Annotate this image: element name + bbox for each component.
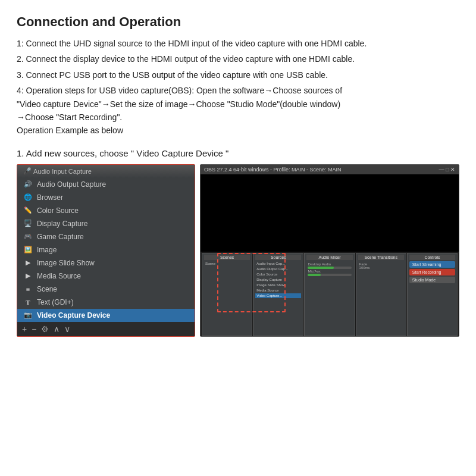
browser-label: Browser bbox=[37, 193, 63, 202]
audio-output-icon: 🔊 bbox=[23, 180, 33, 189]
source-item-4[interactable]: Display Capture bbox=[255, 277, 301, 282]
source-item-3[interactable]: Color Source bbox=[255, 272, 301, 277]
scenes-header: Scenes bbox=[204, 255, 250, 260]
source-item-5[interactable]: Image Slide Show bbox=[255, 283, 301, 287]
mixer-header: Audio Mixer bbox=[306, 255, 352, 260]
obs-menu: 🔊 Audio Output Capture 🌐 Browser ✏️ Colo… bbox=[17, 178, 195, 337]
audio-input-icon: 🎤 bbox=[23, 167, 32, 175]
menu-item-media-source[interactable]: ▶ Media Source bbox=[17, 270, 195, 283]
menu-item-image[interactable]: 🖼️ Image bbox=[17, 243, 195, 256]
menu-item-browser[interactable]: 🌐 Browser bbox=[17, 191, 195, 204]
start-streaming-btn[interactable]: Start Streaming bbox=[409, 261, 455, 268]
obs-preview-area bbox=[201, 174, 459, 252]
source-item-2[interactable]: Audio Output Cap... bbox=[255, 267, 301, 271]
text-gdi-icon: T bbox=[23, 298, 33, 307]
obs-full-ui-panel: OBS 27.2.4 64-bit windows - Profile: MAI… bbox=[200, 164, 459, 337]
obs-window-controls: — □ ✕ bbox=[439, 167, 455, 173]
remove-source-btn[interactable]: − bbox=[32, 324, 36, 334]
image-label: Image bbox=[37, 246, 57, 254]
obs-scenes-panel: Scenes Scene bbox=[202, 253, 252, 336]
menu-item-display-capture[interactable]: 🖥️ Display Capture bbox=[17, 217, 195, 230]
game-capture-icon: 🎮 bbox=[23, 232, 33, 242]
sources-header: Sources bbox=[255, 255, 301, 260]
page-container: Connection and Operation 1: Connect the … bbox=[0, 0, 476, 351]
instruction-1: 1: Connect the UHD signal source to the … bbox=[17, 37, 459, 50]
video-capture-icon: 📷 bbox=[23, 311, 33, 320]
instruction-4: 4: Operation steps for USB video capture… bbox=[17, 84, 459, 137]
page-title: Connection and Operation bbox=[17, 14, 459, 30]
instruction-3: 3. Connect PC USB port to the USB output… bbox=[17, 68, 459, 82]
game-capture-label: Game Capture bbox=[37, 233, 84, 241]
move-down-btn[interactable]: ∨ bbox=[64, 324, 70, 334]
display-capture-label: Display Capture bbox=[37, 220, 87, 228]
scene-label: Scene bbox=[37, 285, 57, 293]
controls-header: Controls bbox=[409, 255, 455, 260]
media-source-label: Media Source bbox=[37, 272, 81, 280]
image-slideshow-icon: ▶ bbox=[23, 258, 33, 268]
screenshot-row: 🎤 Audio Input Capture 🔊 Audio Output Cap… bbox=[17, 164, 459, 337]
instruction-2: 2. Connect the display device to the HDM… bbox=[17, 52, 459, 65]
obs-bottom-bar: + − ⚙ ∧ ∨ bbox=[17, 322, 195, 336]
obs-controls-panel: Controls Start Streaming Start Recording… bbox=[407, 253, 458, 336]
obs-titlebar: OBS 27.2.4 64-bit windows - Profile: MAI… bbox=[201, 165, 459, 174]
menu-item-color-source[interactable]: ✏️ Color Source bbox=[17, 204, 195, 217]
video-capture-label: Video Capture Device bbox=[37, 311, 110, 320]
obs-panels: Scenes Scene Sources Audio Input Cap... … bbox=[201, 252, 459, 337]
browser-icon: 🌐 bbox=[23, 193, 33, 202]
obs-context-menu-panel: 🎤 Audio Input Capture 🔊 Audio Output Cap… bbox=[17, 164, 195, 337]
image-icon: 🖼️ bbox=[23, 245, 33, 255]
obs-title-text: OBS 27.2.4 64-bit windows - Profile: MAI… bbox=[204, 167, 342, 173]
audio-input-label: Audio Input Capture bbox=[33, 168, 92, 175]
source-item-1[interactable]: Audio Input Cap... bbox=[255, 261, 301, 266]
scene-icon: ≡ bbox=[23, 284, 33, 294]
studio-mode-btn[interactable]: Studio Mode bbox=[409, 277, 455, 283]
color-source-icon: ✏️ bbox=[23, 206, 33, 215]
menu-item-audio-output[interactable]: 🔊 Audio Output Capture bbox=[17, 178, 195, 191]
move-up-btn[interactable]: ∧ bbox=[54, 324, 60, 334]
obs-mixer-panel: Audio Mixer Desktop Audio Mic/Aux bbox=[304, 253, 355, 336]
obs-bottom-ui: Scenes Scene Sources Audio Input Cap... … bbox=[201, 252, 459, 337]
add-source-btn[interactable]: + bbox=[22, 324, 27, 334]
menu-top-fade: 🎤 Audio Input Capture bbox=[17, 165, 195, 178]
image-slideshow-label: Image Slide Show bbox=[37, 259, 95, 267]
obs-sources-panel: Sources Audio Input Cap... Audio Output … bbox=[253, 253, 303, 336]
text-gdi-label: Text (GDI+) bbox=[37, 298, 74, 306]
source-item-6[interactable]: Media Source bbox=[255, 288, 301, 293]
menu-item-image-slideshow[interactable]: ▶ Image Slide Show bbox=[17, 256, 195, 270]
source-item-video-capture[interactable]: Video Capture... bbox=[255, 293, 301, 298]
start-recording-btn[interactable]: Start Recording bbox=[409, 269, 455, 275]
color-source-label: Color Source bbox=[37, 206, 79, 215]
menu-item-game-capture[interactable]: 🎮 Game Capture bbox=[17, 230, 195, 243]
menu-item-video-capture[interactable]: 📷 Video Capture Device bbox=[17, 309, 195, 322]
display-capture-icon: 🖥️ bbox=[23, 219, 33, 228]
menu-item-text-gdi[interactable]: T Text (GDI+) bbox=[17, 296, 195, 309]
media-source-icon: ▶ bbox=[23, 271, 33, 281]
instructions-block: 1: Connect the UHD signal source to the … bbox=[17, 37, 459, 137]
settings-source-btn[interactable]: ⚙ bbox=[41, 324, 49, 334]
audio-output-label: Audio Output Capture bbox=[37, 180, 106, 189]
obs-transitions-panel: Scene Transitions Fade300ms bbox=[356, 253, 406, 336]
scene-item-1[interactable]: Scene bbox=[204, 261, 250, 266]
step1-header: 1. Add new sources, choose " Video Captu… bbox=[17, 148, 459, 158]
transitions-header: Scene Transitions bbox=[358, 255, 404, 260]
menu-item-scene[interactable]: ≡ Scene bbox=[17, 283, 195, 296]
